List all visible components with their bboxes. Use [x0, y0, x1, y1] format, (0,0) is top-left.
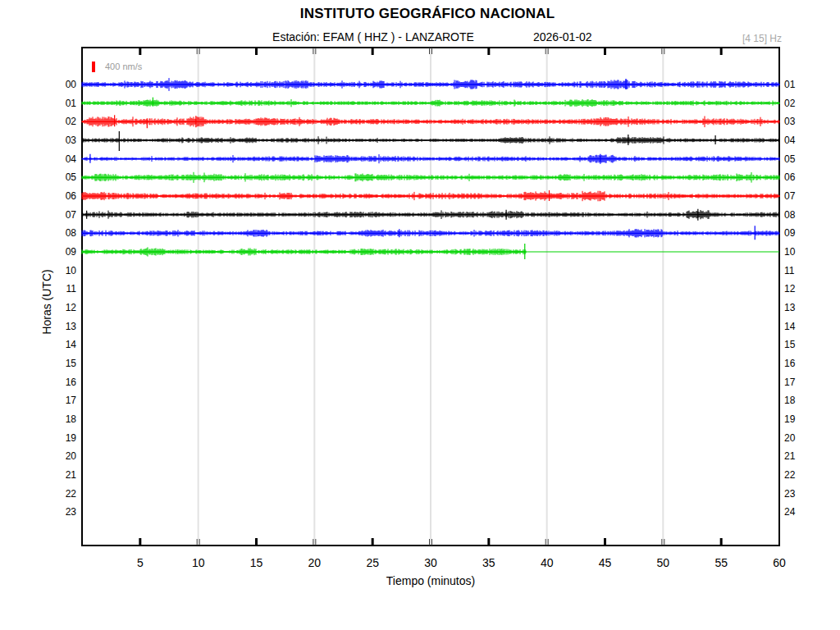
- hour-label-left-00: 00: [66, 79, 77, 90]
- x-tick-label-45: 45: [599, 556, 612, 569]
- hour-label-left-19: 19: [66, 432, 77, 444]
- hour-label-right-22: 22: [784, 469, 796, 481]
- hour-label-right-15: 15: [784, 339, 796, 350]
- hour-label-left-17: 17: [66, 395, 77, 406]
- hour-label-left-14: 14: [66, 339, 77, 350]
- hour-label-left-18: 18: [66, 413, 77, 425]
- hour-label-left-01: 01: [66, 98, 77, 109]
- hour-label-left-16: 16: [66, 377, 77, 388]
- hour-label-right-05: 05: [784, 153, 796, 165]
- hour-label-right-04: 04: [784, 135, 796, 146]
- hour-label-left-10: 10: [66, 265, 77, 276]
- hour-label-left-11: 11: [66, 283, 77, 294]
- hour-label-right-18: 18: [784, 395, 796, 406]
- hour-label-right-11: 11: [784, 265, 795, 276]
- x-tick-label-35: 35: [482, 556, 495, 569]
- x-tick-label-15: 15: [250, 556, 263, 569]
- hour-label-left-13: 13: [66, 321, 77, 332]
- hour-label-left-08: 08: [66, 227, 77, 239]
- hour-label-right-23: 23: [784, 488, 796, 500]
- hour-label-left-07: 07: [66, 209, 77, 221]
- x-tick-label-55: 55: [714, 556, 728, 569]
- hour-label-right-01: 01: [784, 79, 796, 90]
- scale-marker: [92, 62, 95, 72]
- helicorder-plot: 5101520253035404550556000010203040506070…: [0, 0, 840, 630]
- hour-label-right-16: 16: [784, 358, 796, 369]
- x-tick-label-5: 5: [137, 556, 144, 569]
- hour-label-right-17: 17: [784, 377, 796, 388]
- hour-label-left-06: 06: [66, 190, 77, 202]
- hour-label-left-20: 20: [66, 450, 77, 462]
- hour-label-left-03: 03: [66, 135, 77, 146]
- hour-label-left-04: 04: [66, 153, 77, 165]
- hour-label-left-23: 23: [66, 506, 77, 518]
- hour-label-left-02: 02: [66, 116, 77, 127]
- hour-label-right-19: 19: [784, 413, 796, 425]
- hour-label-left-05: 05: [66, 171, 77, 183]
- hour-label-left-09: 09: [66, 246, 77, 258]
- hour-label-right-06: 06: [784, 171, 796, 183]
- x-tick-label-25: 25: [366, 556, 379, 569]
- x-tick-label-10: 10: [192, 556, 205, 569]
- hour-label-left-15: 15: [66, 358, 77, 369]
- hour-label-right-24: 24: [784, 506, 796, 518]
- hour-label-right-20: 20: [784, 432, 796, 444]
- hour-label-right-10: 10: [784, 246, 796, 258]
- hour-label-right-13: 13: [784, 302, 796, 313]
- hour-label-left-22: 22: [66, 488, 77, 500]
- x-tick-label-50: 50: [657, 556, 670, 569]
- x-tick-label-40: 40: [541, 556, 554, 569]
- hour-label-right-14: 14: [784, 321, 796, 332]
- x-tick-label-60: 60: [773, 556, 786, 569]
- hour-label-right-02: 02: [784, 98, 796, 109]
- hour-label-right-21: 21: [784, 450, 796, 462]
- hour-label-left-21: 21: [66, 469, 77, 481]
- hour-label-right-07: 07: [784, 190, 796, 202]
- hour-label-left-12: 12: [66, 302, 77, 313]
- hour-label-right-03: 03: [784, 116, 796, 127]
- helicorder-page: INSTITUTO GEOGRÁFICO NACIONAL Estación: …: [0, 0, 840, 630]
- hour-label-right-09: 09: [784, 227, 796, 239]
- x-tick-label-30: 30: [424, 556, 437, 569]
- x-tick-label-20: 20: [308, 556, 322, 569]
- hour-label-right-12: 12: [784, 283, 796, 294]
- hour-label-right-08: 08: [784, 209, 796, 221]
